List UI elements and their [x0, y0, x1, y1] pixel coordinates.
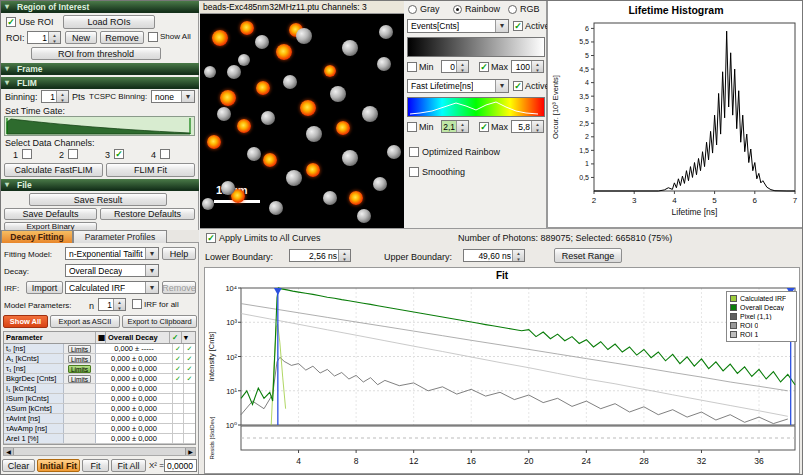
legend-item[interactable]: Overall Decay	[730, 303, 793, 312]
help-button[interactable]: Help	[162, 247, 196, 260]
col-dropdown-icon[interactable]: ▾	[182, 332, 194, 343]
table-row[interactable]: BkgrDec [Cnts]Limits0,000 ± 0,000✓✓	[4, 374, 195, 384]
limits-button[interactable]: Limits	[68, 355, 91, 363]
parameter-value[interactable]: 0,000 ± 0,000	[96, 434, 173, 443]
channel-3-checkbox[interactable]	[114, 149, 124, 159]
binning-spinner[interactable]: 1	[41, 90, 69, 103]
file-section-header[interactable]: File	[1, 179, 199, 191]
table-hscrollbar[interactable]: ◀ ▶	[3, 447, 196, 456]
legend-item[interactable]: ROI 0	[730, 321, 793, 330]
intensity-active-checkbox[interactable]	[513, 21, 523, 31]
roi-remove-button[interactable]: Remove	[100, 31, 144, 44]
smoothing-checkbox[interactable]	[409, 167, 419, 177]
lifetime-max-spinner[interactable]: 5,8	[511, 120, 544, 133]
use-roi-checkbox[interactable]	[6, 17, 16, 27]
optimized-rainbow-checkbox[interactable]	[409, 147, 419, 157]
fit-button[interactable]: Fit	[82, 459, 109, 472]
fitting-model-select[interactable]: n-Exponential Tailfit	[65, 247, 159, 260]
table-row[interactable]: A₁ [kCnts]Limits0,000 ± 0,000✓✓	[4, 354, 195, 364]
lower-boundary-spinner[interactable]: 2,56 ns	[289, 249, 351, 262]
table-row[interactable]: τAvInt [ns]0,000 ± 0,000	[4, 414, 195, 424]
parameter-value[interactable]: 0,000 ± -----	[96, 344, 173, 353]
show-check[interactable]: ✓	[184, 374, 195, 383]
fit-check[interactable]	[173, 434, 184, 443]
channel-1-checkbox[interactable]	[22, 149, 32, 159]
limits-button[interactable]: Limits	[68, 375, 91, 383]
parameter-value[interactable]: 0,000 ± 0,000	[96, 424, 173, 433]
parameter-value[interactable]: 0,000 ± 0,000	[96, 384, 173, 393]
rgb-radio[interactable]	[508, 5, 517, 14]
lifetime-scale-select[interactable]: Fast Lifetime[ns]	[407, 79, 509, 93]
show-check[interactable]: ✓	[184, 364, 195, 373]
table-row[interactable]: τAvAmp [ns]0,000 ± 0,000	[4, 424, 195, 434]
intensity-min-checkbox[interactable]	[407, 62, 417, 72]
decay-select[interactable]: Overall Decay	[65, 264, 159, 277]
fit-all-button[interactable]: Fit All	[111, 459, 146, 472]
upper-boundary-spinner[interactable]: 49,60 ns	[463, 249, 525, 262]
table-row[interactable]: Arel 1 [%]0,000 ± 0,000	[4, 434, 195, 444]
reset-range-button[interactable]: Reset Range	[554, 248, 622, 263]
irf-import-button[interactable]: Import	[26, 281, 63, 294]
calculate-fastflim-button[interactable]: Calculate FastFLIM	[4, 163, 103, 177]
intensity-min-spinner[interactable]: 0	[441, 60, 469, 73]
legend-item[interactable]: ROI 1	[730, 330, 793, 339]
lifetime-active-checkbox[interactable]	[513, 81, 523, 91]
roi-section-header[interactable]: Region of Interest	[1, 1, 199, 13]
grayscale-gradient-bar[interactable]	[407, 37, 545, 57]
show-check[interactable]	[184, 404, 195, 413]
parameter-value[interactable]: 0,000 ± 0,000	[96, 404, 173, 413]
show-all-rois-checkbox[interactable]	[148, 32, 158, 42]
scroll-right-icon[interactable]: ▶	[185, 448, 195, 455]
fit-check[interactable]	[173, 414, 184, 423]
fit-check[interactable]	[173, 424, 184, 433]
show-check[interactable]	[184, 384, 195, 393]
n-spinner[interactable]: 1	[98, 298, 126, 311]
table-row[interactable]: t₀ [ns]Limits0,000 ± -----✓✓	[4, 344, 195, 354]
parameter-value[interactable]: 0,000 ± 0,000	[96, 414, 173, 423]
show-check[interactable]: ✓	[184, 344, 195, 353]
tab-parameter-profiles[interactable]: Parameter Profiles	[73, 230, 167, 243]
table-row[interactable]: ISum [kCnts]0,000 ± 0,000	[4, 394, 195, 404]
fit-check[interactable]	[173, 394, 184, 403]
irf-remove-button[interactable]: Remove	[162, 281, 196, 294]
show-check[interactable]	[184, 394, 195, 403]
show-check[interactable]	[184, 434, 195, 443]
channel-4-checkbox[interactable]	[160, 149, 170, 159]
frame-section-header[interactable]: Frame	[1, 63, 199, 75]
show-check[interactable]	[184, 424, 195, 433]
parameter-value[interactable]: 0,000 ± 0,000	[96, 374, 173, 383]
table-row[interactable]: I₁ [kCnts]0,000 ± 0,000	[4, 384, 195, 394]
roi-new-button[interactable]: New	[65, 31, 97, 44]
flim-fit-button[interactable]: FLIM Fit	[106, 163, 195, 177]
intensity-max-checkbox[interactable]	[479, 62, 489, 72]
rainbow-radio[interactable]	[453, 5, 462, 14]
intensity-max-spinner[interactable]: 100	[511, 60, 544, 73]
limits-button[interactable]: Limits	[68, 345, 91, 353]
gray-radio[interactable]	[408, 5, 417, 14]
scroll-left-icon[interactable]: ◀	[4, 448, 14, 455]
save-defaults-button[interactable]: Save Defaults	[4, 208, 97, 220]
table-row[interactable]: τ₁ [ns]Limits0,000 ± 0,000✓✓	[4, 364, 195, 374]
fit-check[interactable]: ✓	[173, 364, 184, 373]
fit-check[interactable]: ✓	[173, 344, 184, 353]
limits-button[interactable]: Limits	[68, 365, 91, 373]
export-ascii-button[interactable]: Export as ASCII	[50, 315, 120, 328]
fit-check[interactable]: ✓	[173, 374, 184, 383]
flim-section-header[interactable]: FLIM	[1, 77, 199, 89]
legend-item[interactable]: Pixel (1,1)	[730, 312, 793, 321]
irf-for-all-checkbox[interactable]	[132, 299, 142, 309]
time-gate-graph[interactable]	[4, 116, 195, 136]
restore-defaults-button[interactable]: Restore Defaults	[100, 208, 195, 220]
fit-check[interactable]: ✓	[173, 354, 184, 363]
fit-plot[interactable]: 10⁰10¹10²10³10⁴4812162024283236Intensity…	[205, 268, 799, 473]
lifetime-min-checkbox[interactable]	[407, 122, 417, 132]
save-result-button[interactable]: Save Result	[29, 193, 167, 206]
fit-check[interactable]	[173, 404, 184, 413]
clear-button[interactable]: Clear	[2, 459, 35, 472]
parameter-value[interactable]: 0,000 ± 0,000	[96, 354, 173, 363]
parameter-value[interactable]: 0,000 ± 0,000	[96, 394, 173, 403]
rainbow-gradient-bar[interactable]	[407, 97, 545, 117]
col-overall-decay[interactable]: Overall Decay	[106, 332, 170, 343]
table-row[interactable]: ASum [kCnts]0,000 ± 0,000	[4, 404, 195, 414]
parameter-value[interactable]: 0,000 ± 0,000	[96, 364, 173, 373]
